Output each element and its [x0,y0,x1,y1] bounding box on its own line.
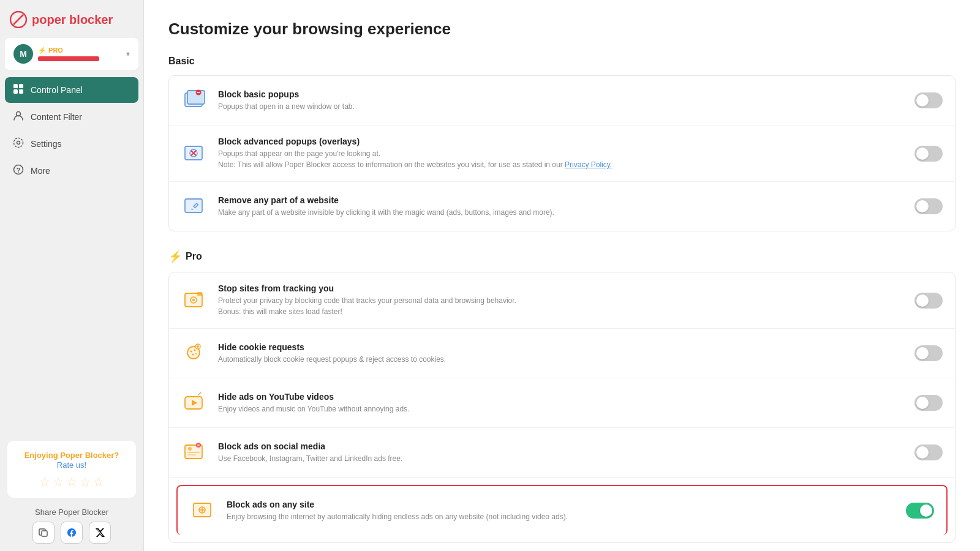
feature-remove-website-part: Remove any part of a website Make any pa… [169,182,955,231]
block-social-ads-text: Block ads on social media Use Facebook, … [218,441,905,464]
remove-website-part-toggle[interactable] [914,198,943,214]
svg-text:?: ? [17,167,21,174]
basic-section-title: Basic [168,56,956,67]
chevron-down-icon: ▾ [126,50,130,58]
user-info: ⚡ PRO [38,47,121,61]
block-any-site-desc: Enjoy browsing the internet by automatic… [227,511,896,522]
svg-point-23 [192,299,195,301]
basic-section-card: Block basic popups Popups that open in a… [168,75,956,231]
sidebar-item-control-panel[interactable]: Control Panel [5,77,138,103]
rate-link[interactable]: Rate us! [16,460,127,470]
svg-point-28 [192,354,194,356]
content-filter-icon [12,110,24,124]
block-advanced-popups-desc: Popups that appear on the page you're lo… [218,148,905,170]
star-5[interactable]: ☆ [93,474,104,489]
remove-website-part-desc: Make any part of a website invisible by … [218,207,905,218]
settings-label: Settings [31,139,62,149]
star-4[interactable]: ☆ [80,474,91,489]
feature-hide-cookies: Hide cookie requests Automatically block… [169,329,955,378]
block-basic-popups-title: Block basic popups [218,89,905,99]
stop-tracking-title: Stop sites from tracking you [218,283,905,293]
block-social-ads-desc: Use Facebook, Instagram, Twitter and Lin… [218,453,905,464]
svg-point-8 [14,138,23,148]
block-social-ads-toggle[interactable] [914,444,943,460]
hide-cookies-title: Hide cookie requests [218,342,905,352]
twitter-share-button[interactable] [89,522,111,544]
enjoy-title: Enjoying Poper Blocker? [24,451,119,460]
feature-stop-tracking: Stop sites from tracking you Protect you… [169,272,955,329]
svg-point-27 [194,350,196,351]
more-icon: ? [12,164,24,178]
share-icons [7,522,136,544]
svg-rect-24 [197,292,202,296]
svg-line-1 [13,15,23,24]
main-content: Customize your browsing experience Basic… [144,0,980,551]
sidebar-item-content-filter[interactable]: Content Filter [5,104,138,130]
settings-icon [12,137,24,151]
control-panel-icon [12,83,24,97]
stop-tracking-icon [181,287,208,314]
sidebar: poper blocker M ⚡ PRO ▾ Control Panel [0,0,144,551]
svg-rect-5 [19,89,23,94]
facebook-share-button[interactable] [61,522,83,544]
sidebar-item-settings[interactable]: Settings [5,131,138,157]
logo-text: poper blocker [32,13,113,27]
svg-rect-4 [13,89,18,94]
star-1[interactable]: ☆ [39,474,50,489]
feature-block-advanced-popups: Block advanced popups (overlays) Popups … [169,126,955,182]
block-social-ads-title: Block ads on social media [218,441,905,451]
feature-hide-youtube-ads: Hide ads on YouTube videos Enjoy videos … [169,378,955,428]
privacy-policy-link[interactable]: Privacy Policy. [565,160,612,169]
sidebar-item-more[interactable]: ? More [5,158,138,184]
svg-rect-3 [19,84,23,88]
hide-youtube-ads-text: Hide ads on YouTube videos Enjoy videos … [218,392,905,414]
block-basic-popups-desc: Popups that open in a new window or tab. [218,101,905,112]
hide-cookies-toggle[interactable] [914,345,943,361]
block-advanced-popups-toggle[interactable] [914,146,943,162]
hide-cookies-text: Hide cookie requests Automatically block… [218,342,905,365]
block-any-site-icon [190,497,217,524]
star-3[interactable]: ☆ [66,474,77,489]
control-panel-label: Control Panel [31,85,83,95]
feature-block-any-site: Block ads on any site Enjoy browsing the… [176,485,948,535]
sidebar-bottom: Enjoying Poper Blocker? Rate us! ☆ ☆ ☆ ☆… [0,433,143,551]
share-section: Share Poper Blocker [7,508,136,544]
svg-rect-39 [187,454,196,455]
more-label: More [31,166,50,176]
block-basic-popups-toggle[interactable] [914,92,943,108]
svg-point-37 [188,447,192,451]
stop-tracking-toggle[interactable] [914,293,943,309]
copy-share-button[interactable] [32,522,55,544]
block-advanced-popups-title: Block advanced popups (overlays) [218,137,905,146]
app-logo: poper blocker [0,0,143,38]
pro-section-card: Stop sites from tracking you Protect you… [168,272,956,543]
pro-badge: ⚡ PRO [38,47,121,54]
remove-website-part-text: Remove any part of a website Make any pa… [218,195,905,218]
user-name-bar [38,56,99,61]
feature-block-any-site-wrapper: Block ads on any site Enjoy browsing the… [169,478,955,542]
content-filter-label: Content Filter [31,112,82,122]
star-2[interactable]: ☆ [53,474,64,489]
pro-lightning-icon: ⚡ [168,250,182,263]
block-basic-popups-text: Block basic popups Popups that open in a… [218,89,905,112]
block-any-site-text: Block ads on any site Enjoy browsing the… [227,500,896,522]
block-basic-popups-icon [181,87,208,114]
pro-section-title: ⚡ Pro [168,250,956,263]
remove-website-part-icon [181,193,208,220]
hide-youtube-ads-title: Hide ads on YouTube videos [218,392,905,402]
sidebar-nav: Control Panel Content Filter Settings [0,75,143,433]
logo-icon [10,11,27,28]
svg-point-26 [190,351,192,353]
share-title: Share Poper Blocker [7,508,136,517]
hide-youtube-ads-icon [181,389,208,416]
remove-website-part-title: Remove any part of a website [218,195,905,205]
user-profile[interactable]: M ⚡ PRO ▾ [5,38,138,70]
svg-rect-38 [187,452,200,453]
page-title: Customize your browsing experience [168,20,956,39]
svg-point-7 [17,141,20,144]
avatar: M [13,44,33,64]
star-rating[interactable]: ☆ ☆ ☆ ☆ ☆ [16,474,127,489]
stop-tracking-text: Stop sites from tracking you Protect you… [218,283,905,317]
block-any-site-toggle[interactable] [906,503,934,519]
hide-youtube-ads-toggle[interactable] [914,395,943,411]
